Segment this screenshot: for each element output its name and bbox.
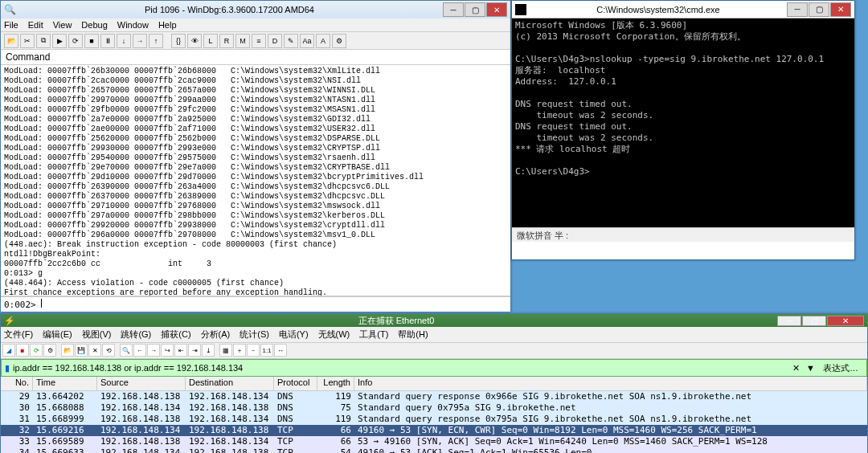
filter-icon[interactable]: ▮: [5, 363, 10, 373]
tb-locals-icon[interactable]: L: [203, 34, 218, 48]
tb-stack-icon[interactable]: ≡: [252, 34, 266, 48]
wireshark-title: 正在捕获 Ethernet0: [15, 315, 777, 327]
menu-view[interactable]: View: [53, 20, 72, 30]
minimize-button[interactable]: ─: [787, 2, 808, 17]
cmd-icon: [515, 4, 526, 15]
cmd-body[interactable]: Microsoft Windows [版本 6.3.9600] (c) 2013…: [512, 18, 854, 227]
header-protocol[interactable]: Protocol: [274, 377, 317, 390]
tb-step-out-icon[interactable]: ↑: [149, 34, 163, 48]
windbg-output[interactable]: ModLoad: 00007ffb`26b30000 00007ffb`26b6…: [1, 65, 510, 296]
header-source[interactable]: Source: [97, 377, 186, 390]
packet-row[interactable]: 3415.669633192.168.148.134192.168.148.13…: [1, 447, 867, 453]
tb-break-icon[interactable]: ⏸: [100, 34, 115, 48]
tb-cut-icon[interactable]: ✂: [20, 34, 35, 48]
tb-font-icon[interactable]: A: [316, 34, 330, 48]
tb-cmd-icon[interactable]: {}: [171, 34, 186, 48]
menu-help[interactable]: 帮助(H): [398, 329, 428, 341]
menu-edit[interactable]: Edit: [28, 20, 43, 30]
windbg-prompt[interactable]: 0:002>: [1, 296, 510, 312]
tb-memory-icon[interactable]: M: [235, 34, 250, 48]
packet-row[interactable]: 3115.668999192.168.148.138192.168.148.13…: [1, 414, 867, 425]
header-length[interactable]: Length: [317, 377, 354, 390]
menu-window[interactable]: Window: [117, 20, 149, 30]
windbg-menubar: File Edit View Debug Window Help: [1, 18, 510, 32]
tb-reload-icon[interactable]: ⟲: [102, 344, 115, 357]
tb-registers-icon[interactable]: R: [219, 34, 234, 48]
menu-help[interactable]: Help: [158, 20, 177, 30]
close-button[interactable]: ✕: [830, 2, 851, 17]
windbg-toolbar: 📂 ✂ ⧉ ▶ ⟳ ■ ⏸ ↓ → ↑ {} 👁 L R M ≡ D ✎ Aa …: [1, 32, 510, 50]
maximize-button[interactable]: ▢: [809, 2, 829, 17]
tb-zoom-in-icon[interactable]: ＋: [233, 344, 246, 357]
header-info[interactable]: Info: [354, 377, 867, 390]
wireshark-menubar: 文件(F) 编辑(E) 视图(V) 跳转(G) 捕获(C) 分析(A) 统计(S…: [1, 327, 867, 343]
tb-stop-icon[interactable]: ■: [84, 34, 99, 48]
tb-first-icon[interactable]: ⇤: [174, 344, 187, 357]
tb-last-icon[interactable]: ⇥: [188, 344, 201, 357]
menu-analyze[interactable]: 分析(A): [201, 329, 231, 341]
menu-statistics[interactable]: 统计(S): [240, 329, 269, 341]
packet-row[interactable]: 3215.669216192.168.148.134192.168.148.13…: [1, 425, 867, 436]
filter-apply-icon[interactable]: ▼: [806, 363, 815, 373]
tb-step-into-icon[interactable]: ↓: [117, 34, 131, 48]
tb-restart-icon[interactable]: ⟳: [68, 34, 83, 48]
tb-scratch-icon[interactable]: ✎: [284, 34, 298, 48]
packet-row[interactable]: 3015.668088192.168.148.134192.168.148.13…: [1, 402, 867, 414]
tb-options-icon[interactable]: ⚙: [43, 344, 56, 357]
packet-list-headers[interactable]: No. Time Source Destination Protocol Len…: [1, 377, 867, 391]
filter-clear-icon[interactable]: ✕: [792, 363, 800, 373]
minimize-button[interactable]: ─: [443, 2, 464, 17]
menu-tools[interactable]: 工具(T): [359, 329, 388, 341]
maximize-button[interactable]: ▢: [802, 316, 826, 326]
menu-edit[interactable]: 编辑(E): [43, 329, 72, 341]
close-button[interactable]: ✕: [827, 316, 864, 326]
display-filter-bar: ▮ ✕ ▼ 表达式…: [1, 359, 867, 377]
menu-view[interactable]: 视图(V): [82, 329, 112, 341]
tb-colorize-icon[interactable]: ▦: [219, 344, 232, 357]
tb-save-icon[interactable]: 💾: [75, 344, 88, 357]
expression-button[interactable]: 表达式…: [818, 362, 863, 374]
minimize-button[interactable]: ─: [777, 316, 801, 326]
tb-start-capture-icon[interactable]: ◢: [2, 344, 15, 357]
tb-zoom-reset-icon[interactable]: 1:1: [260, 344, 273, 357]
menu-debug[interactable]: Debug: [81, 20, 107, 30]
tb-zoom-out-icon[interactable]: －: [247, 344, 260, 357]
tb-autoscroll-icon[interactable]: ⤓: [202, 344, 215, 357]
tb-source-icon[interactable]: Aa: [300, 34, 314, 48]
tb-options-icon[interactable]: ⚙: [332, 34, 346, 48]
maximize-button[interactable]: ▢: [465, 2, 485, 17]
menu-wireless[interactable]: 无线(W): [318, 329, 350, 341]
windbg-titlebar[interactable]: 🔍 Pid 1096 - WinDbg:6.3.9600.17200 AMD64…: [1, 1, 510, 18]
tb-step-over-icon[interactable]: →: [133, 34, 147, 48]
packet-row[interactable]: 2913.664202192.168.148.138192.168.148.13…: [1, 391, 867, 402]
windbg-title: Pid 1096 - WinDbg:6.3.9600.17200 AMD64: [16, 5, 443, 14]
tb-resize-cols-icon[interactable]: ↔: [274, 344, 287, 357]
header-destination[interactable]: Destination: [186, 377, 274, 390]
display-filter-input[interactable]: [13, 363, 789, 373]
tb-stop-capture-icon[interactable]: ■: [16, 344, 29, 357]
packet-list[interactable]: 2913.664202192.168.148.138192.168.148.13…: [1, 391, 867, 453]
tb-close-icon[interactable]: ✕: [88, 344, 101, 357]
header-no[interactable]: No.: [1, 377, 33, 390]
menu-telephony[interactable]: 电话(Y): [279, 329, 309, 341]
packet-row[interactable]: 3315.669589192.168.148.138192.168.148.13…: [1, 436, 867, 447]
tb-find-icon[interactable]: 🔍: [120, 344, 133, 357]
tb-open-icon[interactable]: 📂: [4, 34, 18, 48]
close-button[interactable]: ✕: [486, 2, 507, 17]
menu-capture[interactable]: 捕获(C): [161, 329, 190, 341]
tb-run-icon[interactable]: ▶: [52, 34, 67, 48]
tb-next-icon[interactable]: →: [147, 344, 160, 357]
tb-open-icon[interactable]: 📂: [61, 344, 74, 357]
tb-prev-icon[interactable]: ←: [133, 344, 146, 357]
tb-restart-capture-icon[interactable]: ⟳: [30, 344, 43, 357]
header-time[interactable]: Time: [33, 377, 97, 390]
tb-copy-icon[interactable]: ⧉: [36, 34, 51, 48]
menu-file[interactable]: 文件(F): [4, 329, 33, 341]
tb-disasm-icon[interactable]: D: [268, 34, 282, 48]
menu-go[interactable]: 跳转(G): [121, 329, 151, 341]
tb-goto-icon[interactable]: ↪: [161, 344, 174, 357]
wireshark-titlebar[interactable]: ⚡ 正在捕获 Ethernet0 ─ ▢ ✕: [1, 314, 867, 327]
menu-file[interactable]: File: [4, 20, 18, 30]
tb-watch-icon[interactable]: 👁: [187, 34, 202, 48]
cmd-titlebar[interactable]: C:\Windows\system32\cmd.exe ─ ▢ ✕: [512, 1, 854, 18]
